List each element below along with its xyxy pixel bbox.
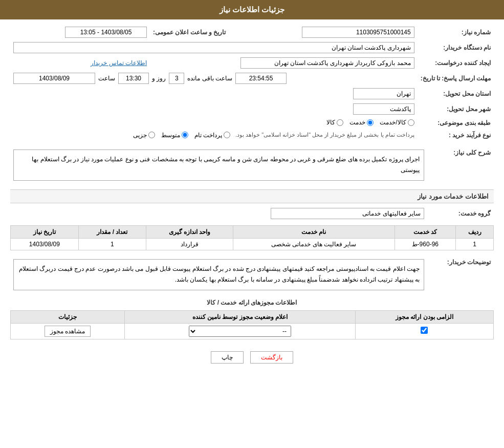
description-text: اجرای پروژه تکمیل برده های ضلع شرقی و غر… <box>13 150 424 181</box>
print-button[interactable]: چاپ <box>211 351 244 364</box>
announcement-label: تاریخ و ساعت اعلان عمومی: <box>150 25 229 40</box>
permits-table: الزامی بودن ارائه مجوز اعلام وضعیت مجوز … <box>10 310 494 339</box>
date-value: 1403/08/09 <box>13 73 95 84</box>
bottom-buttons: بازگشت چاپ <box>10 344 494 371</box>
cell-date: 1403/08/09 <box>11 238 79 250</box>
city-label: شهر محل تحویل: <box>418 101 494 117</box>
time-label: ساعت <box>98 75 115 82</box>
permits-col-details: جزئیات <box>11 310 125 323</box>
city-value: پاکدشت <box>353 103 414 115</box>
buyer-org-label: نام دستگاه خریدار: <box>418 40 494 55</box>
col-name: نام خدمت <box>233 225 395 238</box>
col-code: کد خدمت <box>395 225 455 238</box>
category-radio-group: کالا/خدمت خدمت کالا <box>326 119 414 126</box>
notes-text: جهت اعلام قیمت به اسنادپیوستی مراجعه کنی… <box>13 259 424 290</box>
need-number-value: 1103095751000145 <box>302 27 414 38</box>
notes-label: توضیحات خریدار: <box>427 254 494 295</box>
contact-link[interactable]: اطلاعات تماس خریدار <box>91 59 147 67</box>
permits-row: -- مشاهده مجوز <box>11 323 494 339</box>
province-label: استان محل تحویل: <box>418 86 494 101</box>
cell-name: سایر فعالیت های خدماتی شخصی <box>233 238 395 250</box>
group-label: گروه خدمت: <box>427 206 494 221</box>
cell-row: 1 <box>456 238 494 250</box>
category-label: طبقه بندی موضوعی: <box>418 117 494 130</box>
days-label: روز و <box>152 75 166 82</box>
category-option-kala-khadamat[interactable]: کالا/خدمت <box>380 119 414 126</box>
buyer-org-value: شهرداری پاکدشت استان تهران <box>13 42 414 53</box>
back-button[interactable]: بازگشت <box>250 351 293 364</box>
requester-value: محمد بازوکی کاربرداز شهرداری پاکدشت استا… <box>240 57 414 69</box>
col-unit: واحد اندازه گیری <box>146 225 233 238</box>
permits-detail-cell: مشاهده مجوز <box>11 323 125 339</box>
page-header: جزئیات اطلاعات نیاز <box>0 0 504 19</box>
permits-col-required: الزامی بودن ارائه مجوز <box>355 310 493 323</box>
table-row: 1 960-96-ط سایر فعالیت های خدماتی شخصی ق… <box>11 238 494 250</box>
cell-qty: 1 <box>78 238 146 250</box>
col-row: ردیف <box>456 225 494 238</box>
permits-status-cell: -- <box>125 323 356 339</box>
requester-label: ایجاد کننده درخواست: <box>418 55 494 71</box>
info-table: شماره نیاز: 1103095751000145 تاریخ و ساع… <box>10 25 494 141</box>
services-section-title: اطلاعات خدمات مورد نیاز <box>10 189 494 203</box>
col-qty: تعداد / مقدار <box>78 225 146 238</box>
cell-code: 960-96-ط <box>395 238 455 250</box>
permits-required-cell <box>355 323 493 339</box>
group-service-table: گروه خدمت: سایر فعالیتهای خدماتی <box>10 206 494 221</box>
category-option-kala[interactable]: کالا <box>326 119 343 126</box>
view-permit-button[interactable]: مشاهده مجوز <box>45 326 91 337</box>
group-value: سایر فعالیتهای خدماتی <box>271 208 424 219</box>
remaining-value: 23:54:55 <box>235 73 287 84</box>
province-value: تهران <box>353 88 414 99</box>
cell-unit: قرارداد <box>146 238 233 250</box>
process-option-partial[interactable]: جزیی <box>133 132 155 139</box>
remaining-label: ساعت باقی مانده <box>187 75 232 82</box>
announcement-value: 1403/08/05 - 13:05 <box>65 27 147 38</box>
days-value: 3 <box>169 73 184 84</box>
time-value: 13:30 <box>118 73 149 84</box>
notes-table: توضیحات خریدار: جهت اعلام قیمت به اسنادپ… <box>10 254 494 295</box>
permits-required-checkbox[interactable] <box>421 327 428 334</box>
description-section: شرح کلی نیاز: اجرای پروژه تکمیل برده های… <box>10 145 494 185</box>
process-label: نوع فرآیند خرید : <box>418 130 494 141</box>
permits-status-select[interactable]: -- <box>189 326 291 337</box>
col-date: تاریخ نیاز <box>11 225 79 238</box>
services-table: ردیف کد خدمت نام خدمت واحد اندازه گیری ت… <box>10 225 494 250</box>
date-label: مهلت ارسال پاسخ: تا تاریخ: <box>418 71 494 86</box>
process-note: پرداخت تمام یا بخشی از مبلغ خریدار از مح… <box>235 132 414 138</box>
process-radio-group: پرداخت تام متوسط جزیی <box>133 132 230 139</box>
process-option-total[interactable]: پرداخت تام <box>194 132 230 139</box>
process-option-medium[interactable]: متوسط <box>161 132 188 139</box>
description-label: شرح کلی نیاز: <box>427 145 494 185</box>
permits-col-status: اعلام وضعیت مجوز توسط نامین کننده <box>125 310 356 323</box>
need-number-label: شماره نیاز: <box>418 25 494 40</box>
category-option-khadamat[interactable]: خدمت <box>349 119 374 126</box>
permits-title: اطلاعات مجوزهای ارائه خدمت / کالا <box>10 299 494 306</box>
page-title: جزئیات اطلاعات نیاز <box>220 5 284 14</box>
